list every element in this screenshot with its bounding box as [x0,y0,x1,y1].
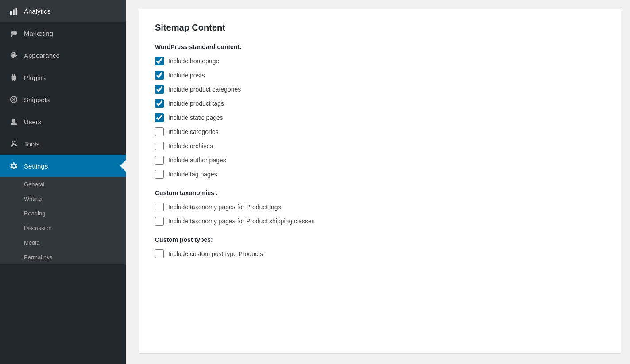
custom-taxonomies-section-label: Custom taxonomies : [155,189,605,196]
sidebar-item-analytics-label: Analytics [24,8,50,15]
include-product-tags-label: Include product tags [168,100,224,107]
svg-rect-2 [16,8,18,15]
include-static-pages-checkbox[interactable] [155,113,164,122]
sidebar-item-users-label: Users [24,118,41,126]
sidebar-item-marketing[interactable]: Marketing [0,22,126,44]
checkbox-row-homepage: Include homepage [155,57,605,65]
include-posts-checkbox[interactable] [155,71,164,80]
sidebar-item-tools-label: Tools [24,140,39,148]
sidebar-item-snippets[interactable]: Snippets [0,88,126,111]
sidebar-item-appearance[interactable]: Appearance [0,44,126,66]
marketing-icon [9,28,19,38]
include-static-pages-label: Include static pages [168,114,223,121]
include-archives-checkbox[interactable] [155,142,164,150]
checkbox-row-categories: Include categories [155,127,605,136]
plugins-icon [9,73,19,82]
settings-icon [9,161,19,171]
settings-submenu: General Writing Reading Discussion Media… [0,177,126,264]
sidebar-item-settings[interactable]: Settings [0,155,126,177]
svg-rect-0 [10,11,12,15]
include-taxonomy-shipping-label: Include taxonomy pages for Product shipp… [168,218,315,225]
submenu-item-general[interactable]: General [0,177,126,192]
include-taxonomy-product-tags-label: Include taxonomy pages for Product tags [168,203,281,211]
checkbox-row-product-categories: Include product categories [155,85,605,94]
include-product-tags-checkbox[interactable] [155,99,164,108]
include-homepage-checkbox[interactable] [155,57,164,65]
svg-rect-5 [12,74,13,76]
checkbox-row-tag-pages: Include tag pages [155,170,605,179]
sidebar-item-appearance-label: Appearance [24,52,60,59]
include-archives-label: Include archives [168,142,213,149]
wp-standard-section-label: WordPress standard content: [155,43,605,50]
sidebar-item-plugins[interactable]: Plugins [0,66,126,88]
analytics-icon [9,6,19,16]
checkbox-row-custom-products: Include custom post type Products [155,249,605,258]
custom-post-types-section-label: Custom post types: [155,236,605,243]
include-tag-pages-checkbox[interactable] [155,170,164,179]
include-product-categories-label: Include product categories [168,86,241,93]
main-content: Sitemap Content WordPress standard conte… [126,0,630,364]
sidebar-item-plugins-label: Plugins [24,74,46,81]
include-author-pages-label: Include author pages [168,157,226,164]
include-tag-pages-label: Include tag pages [168,171,217,178]
sidebar-item-snippets-label: Snippets [24,96,50,103]
svg-rect-1 [13,9,15,15]
snippets-icon [9,95,19,104]
include-taxonomy-product-tags-checkbox[interactable] [155,203,164,211]
tools-icon [9,139,19,149]
include-custom-products-checkbox[interactable] [155,249,164,258]
sidebar: Analytics Marketing Appearance Plugins S… [0,0,126,364]
users-icon [9,117,19,126]
checkbox-row-taxonomy-shipping: Include taxonomy pages for Product shipp… [155,217,605,226]
include-categories-checkbox[interactable] [155,127,164,136]
submenu-item-reading[interactable]: Reading [0,206,126,221]
svg-rect-8 [14,80,15,81]
include-taxonomy-shipping-checkbox[interactable] [155,217,164,226]
include-posts-label: Include posts [168,72,205,79]
content-box: Sitemap Content WordPress standard conte… [139,9,621,354]
submenu-item-writing[interactable]: Writing [0,192,126,206]
svg-rect-6 [14,74,15,76]
sidebar-item-marketing-label: Marketing [24,30,53,37]
submenu-item-media[interactable]: Media [0,235,126,250]
active-arrow [120,160,126,172]
submenu-item-discussion[interactable]: Discussion [0,221,126,235]
appearance-icon [9,50,19,60]
sidebar-item-users[interactable]: Users [0,111,126,133]
svg-point-12 [12,119,15,122]
svg-rect-7 [12,80,13,81]
include-categories-label: Include categories [168,128,219,135]
submenu-item-permalinks[interactable]: Permalinks [0,250,126,264]
sidebar-item-analytics[interactable]: Analytics [0,0,126,22]
checkbox-row-taxonomy-product-tags: Include taxonomy pages for Product tags [155,203,605,211]
sidebar-item-tools[interactable]: Tools [0,133,126,155]
svg-rect-4 [11,35,12,37]
include-homepage-label: Include homepage [168,57,219,65]
checkbox-row-author-pages: Include author pages [155,156,605,165]
checkbox-row-product-tags: Include product tags [155,99,605,108]
checkbox-row-posts: Include posts [155,71,605,80]
sidebar-item-settings-label: Settings [24,162,48,170]
include-product-categories-checkbox[interactable] [155,85,164,94]
include-author-pages-checkbox[interactable] [155,156,164,165]
include-custom-products-label: Include custom post type Products [168,250,263,257]
page-title: Sitemap Content [155,23,605,33]
checkbox-row-static-pages: Include static pages [155,113,605,122]
checkbox-row-archives: Include archives [155,142,605,150]
